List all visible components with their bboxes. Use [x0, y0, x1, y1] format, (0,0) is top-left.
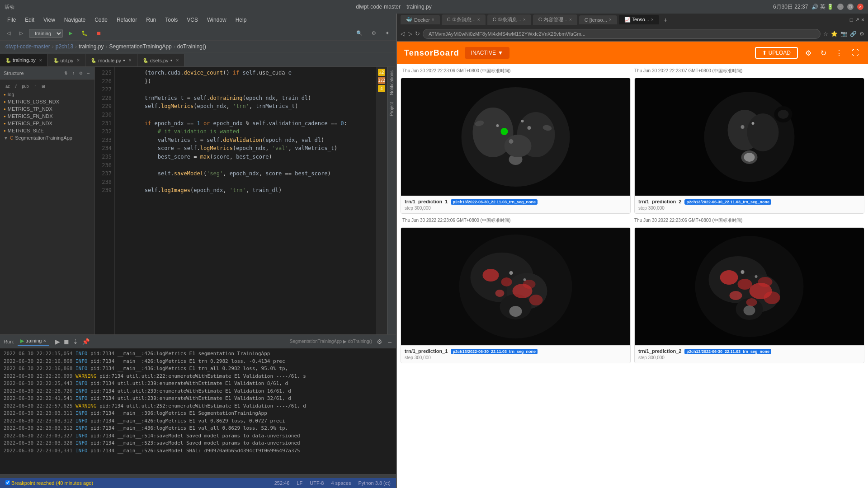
restore-tab-button[interactable]: □ — [850, 17, 853, 23]
menu-refactor[interactable]: Refactor — [113, 16, 141, 24]
browser-tab-msg1[interactable]: C ①条消息... × — [442, 14, 486, 25]
notifications-tab[interactable]: Notifications — [387, 67, 396, 99]
forward-button[interactable]: ▷ — [16, 29, 26, 38]
run-stop-btn[interactable]: ◼ — [63, 337, 70, 346]
tb-refresh-btn[interactable]: ↻ — [819, 47, 828, 59]
svg-point-6 — [505, 135, 532, 157]
breadcrumb-method[interactable]: SegmentationTrainingApp — [109, 43, 171, 50]
tree-item-class[interactable]: ▼ C SegmentationTrainingApp — [0, 134, 94, 141]
tb-more-btn[interactable]: ⋮ — [834, 47, 844, 59]
tab-util-py[interactable]: 🐍 util.py × — [48, 54, 86, 66]
debug-button[interactable]: 🐛 — [78, 29, 91, 38]
tab-close-icon[interactable]: × — [651, 17, 654, 22]
struct-icon-3[interactable]: ⚙ — [78, 70, 84, 76]
tab-close-icon[interactable]: × — [129, 58, 132, 63]
tensorboard-view: TensorBoard INACTIVE ▼ ⬆ UPLOAD ⚙ ↻ ⋮ ⛶ — [397, 42, 868, 488]
code-editor: 225226227228229 230231232233234 23523623… — [95, 67, 387, 334]
star-button[interactable]: ⭐ — [831, 31, 838, 37]
tab-training-py[interactable]: 🐍 training.py × — [0, 54, 48, 66]
maximize-button[interactable]: □ — [847, 4, 854, 10]
struct-icon-2[interactable]: ↑ — [71, 70, 76, 76]
settings-button[interactable]: ⚙ — [368, 29, 379, 38]
browser-tab-docker[interactable]: 🐳 Docker × — [401, 15, 440, 24]
run-tab-training[interactable]: ▶ training × — [18, 337, 49, 346]
browser-close-button[interactable]: × — [861, 17, 864, 23]
more-button[interactable]: ✦ — [382, 29, 392, 38]
minimize-button[interactable]: − — [837, 4, 844, 10]
run-close-btn[interactable]: – — [387, 337, 392, 346]
tab-dsets-py[interactable]: 🐍 dsets.py ● × — [137, 54, 185, 66]
tree-item-metrics-tp[interactable]: ● METRICS_TP_NDX — [0, 105, 94, 113]
copy-url-button[interactable]: 🔗 — [850, 31, 857, 37]
tree-item-metrics-loss[interactable]: ● METRICS_LOSS_NDX — [0, 98, 94, 105]
tab-close-icon[interactable]: × — [523, 17, 526, 22]
menu-vcs[interactable]: VCS — [183, 16, 202, 24]
inactive-dropdown[interactable]: INACTIVE ▼ — [465, 47, 509, 59]
py-icon: 🐍 — [91, 58, 96, 63]
branch-selector[interactable]: training — [29, 29, 63, 38]
stop-button[interactable]: ◼ — [94, 29, 104, 38]
tree-item-log[interactable]: ● log — [0, 91, 94, 98]
upload-button[interactable]: ⬆ UPLOAD — [755, 47, 798, 59]
tree-item-metrics-fp[interactable]: ● METRICS_FP_NDX — [0, 120, 94, 127]
menu-run[interactable]: Run — [142, 16, 160, 24]
refresh-button[interactable]: ↻ — [415, 30, 420, 37]
search-button[interactable]: 🔍 — [353, 29, 366, 38]
detach-button[interactable]: ↗ — [855, 17, 859, 23]
titlebar: 活动 dlwpt-code-master – training.py 6月30日… — [0, 0, 868, 14]
tab-close-icon[interactable]: × — [609, 17, 612, 22]
menu-help[interactable]: Help — [232, 16, 250, 24]
breadcrumb-root[interactable]: dlwpt-code-master — [5, 43, 50, 50]
menu-view[interactable]: View — [40, 16, 59, 24]
sort-btn[interactable]: az — [4, 83, 12, 89]
bookmark-button[interactable]: ☆ — [823, 31, 828, 37]
run-output[interactable]: 2022-06-30 22:22:15,054 INFO pid:7134 __… — [0, 348, 396, 474]
browser-tab-msg2[interactable]: C ①条消息... × — [487, 14, 531, 25]
run-pin-btn[interactable]: 📌 — [81, 337, 90, 346]
tree-item-metrics-fn[interactable]: ● METRICS_FN_NDX — [0, 113, 94, 120]
inherit-btn[interactable]: ↑ — [33, 83, 38, 89]
tab-close-icon[interactable]: × — [569, 17, 572, 22]
run-settings-btn[interactable]: ⚙ — [376, 337, 383, 346]
tb-fullscreen-btn[interactable]: ⛶ — [850, 47, 861, 59]
new-tab-button[interactable]: + — [661, 15, 670, 24]
project-tab[interactable]: Project — [387, 99, 396, 120]
tree-item-metrics-size[interactable]: ● METRICS_SIZE — [0, 127, 94, 134]
filter-btn[interactable]: 𝑓 — [14, 83, 19, 89]
expand-all-btn[interactable]: ⊞ — [40, 83, 47, 89]
close-button[interactable]: × — [857, 4, 863, 10]
tab-close-icon[interactable]: × — [176, 58, 179, 63]
menu-tools[interactable]: Tools — [161, 16, 181, 24]
breakpoint-checkbox[interactable] — [5, 480, 10, 485]
tab-close-icon[interactable]: × — [39, 58, 42, 63]
forward-nav-button[interactable]: ▷ — [408, 30, 412, 37]
tab-close-icon[interactable]: × — [432, 17, 434, 22]
run-restart-btn[interactable]: ▶ — [54, 337, 61, 346]
browser-settings-button[interactable]: ⚙ — [859, 31, 864, 37]
run-button[interactable]: ▶ — [66, 29, 75, 38]
screenshot-button[interactable]: 📷 — [840, 31, 847, 37]
tab-module-py[interactable]: 🐍 module.py ● × — [85, 54, 137, 66]
struct-icon-4[interactable]: – — [86, 70, 91, 76]
menu-edit[interactable]: Edit — [21, 16, 38, 24]
breadcrumb-dir[interactable]: p2ch13 — [56, 43, 73, 50]
struct-icon-1[interactable]: ⇅ — [63, 70, 69, 76]
breadcrumb-file[interactable]: training.py — [79, 43, 104, 50]
code-lines[interactable]: (torch.cuda.device_count() if self.use_c… — [115, 67, 376, 334]
menu-code[interactable]: Code — [91, 16, 111, 24]
pub-btn[interactable]: pub — [20, 83, 31, 89]
browser-tab-tensorboard[interactable]: 📈 Tenso... × — [619, 15, 659, 24]
breadcrumb-submeth[interactable]: doTraining() — [177, 43, 206, 50]
tab-close-icon[interactable]: × — [477, 17, 480, 22]
back-nav-button[interactable]: ◁ — [401, 30, 405, 37]
tab-close-icon[interactable]: × — [77, 58, 80, 63]
back-button[interactable]: ◁ — [4, 29, 14, 38]
menu-navigate[interactable]: Navigate — [61, 16, 89, 24]
menu-file[interactable]: File — [4, 16, 19, 24]
browser-tab-tenso1[interactable]: C [tenso... × — [579, 15, 617, 24]
tb-settings-btn[interactable]: ⚙ — [803, 47, 813, 59]
run-scroll-btn[interactable]: ⇣ — [72, 337, 79, 346]
browser-tab-content[interactable]: C 内容管理... × — [533, 14, 577, 25]
address-field[interactable]: ATMvmJAyMi0wNi0zMF8yMi4xMS4wM192YWxfc2Vn… — [423, 29, 821, 39]
menu-window[interactable]: Window — [203, 16, 230, 24]
